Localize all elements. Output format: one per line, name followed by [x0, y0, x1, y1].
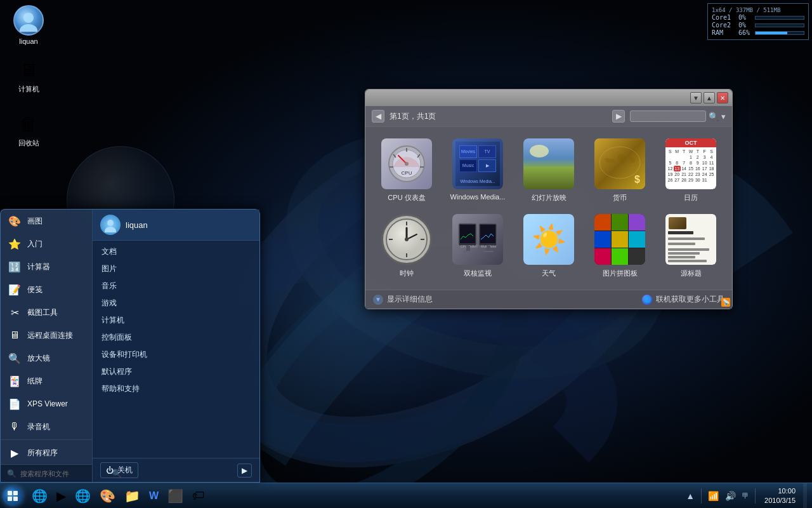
start-link-computer[interactable]: 计算机: [93, 312, 259, 329]
taskbar-item-media[interactable]: ▶: [53, 486, 70, 506]
svg-rect-31: [480, 225, 495, 243]
svg-rect-35: [466, 246, 470, 251]
sys-monitor-title: 1x64 / 337MB / 511MB: [712, 7, 780, 13]
gadget-item-photo-puzzle[interactable]: 图片拼图板: [585, 209, 655, 283]
start-item-paint[interactable]: 🎨 画图: [1, 210, 92, 232]
gadget-item-slideshow[interactable]: 幻灯片放映: [514, 133, 584, 208]
taskbar-item-folder[interactable]: 📁: [121, 486, 144, 506]
gadget-close-button[interactable]: ✕: [717, 92, 728, 104]
svg-rect-30: [460, 225, 475, 243]
gadget-item-cpu-gauge[interactable]: CPU CPU 仪表盘: [372, 133, 442, 208]
start-link-controlpanel[interactable]: 控制面板: [93, 329, 259, 346]
shutdown-arrow[interactable]: ▶: [237, 464, 252, 478]
rdp-icon: 🖥: [7, 328, 22, 343]
desktop-icon-computer-label: 计算机: [18, 84, 39, 94]
gadget-item-clock[interactable]: 时钟: [372, 209, 442, 283]
start-item-snip[interactable]: ✂ 截图工具: [1, 301, 92, 324]
start-item-rdp[interactable]: 🖥 远程桌面连接: [1, 324, 92, 347]
puzzle-cell-1: [594, 214, 611, 231]
gadget-item-calendar[interactable]: OCT SMTWTFS 1234 567891011 1213141516171…: [656, 133, 726, 208]
start-item-magnify[interactable]: 🔍 放大镜: [1, 347, 92, 370]
allprograms-icon: ▶: [7, 445, 22, 460]
ram-bar: [755, 31, 804, 35]
paint-taskbar-icon: 🎨: [100, 488, 115, 504]
start-links: 文档 图片 音乐 游戏 计算机 控制面板 设备和打印机 默认程序 帮助和支持: [93, 241, 259, 458]
search-dropdown-icon[interactable]: ▾: [721, 112, 726, 121]
start-item-intro[interactable]: ⭐ 入门: [1, 232, 92, 255]
gadget-item-news[interactable]: 📡 源标题: [656, 209, 726, 283]
svg-rect-37: [463, 251, 473, 252]
shutdown-label: 关机: [117, 465, 133, 476]
nav-prev-button[interactable]: ◀: [372, 110, 384, 123]
taskbar-item-ie[interactable]: 🌐: [28, 486, 51, 506]
tray-icon-arrow-up[interactable]: ▲: [684, 491, 696, 501]
start-item-magnify-label: 放大镜: [27, 353, 50, 364]
start-link-pictures[interactable]: 图片: [93, 260, 259, 277]
start-link-help[interactable]: 帮助和支持: [93, 380, 259, 398]
start-item-solitaire-label: 纸牌: [27, 376, 43, 387]
puzzle-cell-3: [629, 214, 645, 231]
start-item-intro-label: 入门: [27, 239, 43, 250]
gadget-item-windows-media[interactable]: Movies TV Music ▶ Windows Media... Windo…: [443, 133, 513, 208]
shutdown-button[interactable]: ⏻ 关机: [100, 462, 138, 478]
taskbar-item-7[interactable]: ⬛: [164, 486, 187, 506]
svg-rect-44: [13, 497, 18, 501]
taskbar-item-word[interactable]: W: [145, 486, 162, 506]
gadget-restore-button[interactable]: ▲: [704, 92, 715, 104]
start-item-sticky[interactable]: 📝 便笺: [1, 278, 92, 301]
taskbar-item-network[interactable]: 🌐: [71, 486, 95, 506]
user-avatar: [13, 5, 44, 36]
start-link-documents[interactable]: 文档: [93, 243, 259, 260]
tray-icon-chars[interactable]: 甲: [741, 491, 750, 500]
nav-next-button[interactable]: ▶: [612, 110, 625, 123]
gadget-minimize-button[interactable]: ▼: [690, 92, 702, 104]
gadget-footer: ▼ 显示详细信息 🌐 联机获取更多小工具: [365, 290, 732, 309]
svg-rect-41: [8, 491, 12, 495]
start-button[interactable]: [0, 483, 25, 509]
tray-icon-volume[interactable]: 🔊: [724, 491, 737, 501]
desktop-icon-recycle[interactable]: 🗑 回收站: [6, 111, 51, 148]
core2-label: Core2: [712, 22, 736, 29]
gadget-item-currency[interactable]: $ 货币: [585, 133, 655, 208]
start-item-allprograms-label: 所有程序: [27, 448, 58, 458]
start-user-avatar[interactable]: [100, 215, 121, 235]
computer-icon-img: 🖥: [16, 57, 41, 83]
svg-point-40: [105, 227, 116, 232]
gadget-search-input[interactable]: [630, 110, 706, 122]
ram-pct: 66%: [738, 29, 752, 36]
start-item-recorder[interactable]: 🎙 录音机: [1, 415, 92, 438]
gadget-item-dual-monitor[interactable]: CPU Skills© Multi Meter 双核监视: [443, 209, 513, 283]
desktop-icon-user[interactable]: liquan: [6, 5, 51, 45]
gadget-item-weather[interactable]: ☀️ 天气: [514, 209, 584, 283]
start-item-allprograms[interactable]: ▶ 所有程序: [1, 441, 92, 464]
taskbar-item-8[interactable]: 🏷: [188, 486, 209, 506]
taskbar-item-paint[interactable]: 🎨: [96, 486, 119, 506]
start-menu-left: 🎨 画图 ⭐ 入门 🔢 计算器 📝 便笺 ✂ 截图工具 🖥 远程桌面连接: [1, 210, 93, 482]
cpu-gauge-icon: CPU: [381, 138, 432, 189]
gadget-details-button[interactable]: ▼ 显示详细信息: [373, 294, 433, 305]
start-link-music[interactable]: 音乐: [93, 277, 259, 295]
snip-icon: ✂: [7, 305, 22, 320]
start-item-calc-label: 计算器: [27, 262, 50, 272]
desktop-icon-user-label: liquan: [19, 37, 37, 45]
start-item-calc[interactable]: 🔢 计算器: [1, 255, 92, 278]
tray-icon-network[interactable]: 📶: [707, 491, 720, 501]
start-item-xpsviewer[interactable]: 📄 XPS Viewer: [1, 392, 92, 415]
windows-media-icon: Movies TV Music ▶ Windows Media...: [452, 138, 503, 189]
gadget-online-button[interactable]: 🌐 联机获取更多小工具: [642, 294, 724, 305]
desktop-icon-computer[interactable]: 🖥 计算机: [6, 57, 51, 94]
core1-pct: 0%: [738, 14, 752, 21]
taskbar-icon-7: ⬛: [167, 488, 183, 504]
clock-area[interactable]: 10:00 2010/3/15: [759, 486, 801, 505]
gadget-label-slideshow: 幻灯片放映: [532, 193, 566, 203]
magnify-icon: 🔍: [7, 351, 22, 366]
show-desktop-button[interactable]: [803, 483, 807, 509]
start-item-xpsviewer-label: XPS Viewer: [27, 399, 68, 408]
start-link-games[interactable]: 游戏: [93, 295, 259, 312]
search-icon[interactable]: 🔍: [709, 112, 719, 121]
taskbar-items: 🌐 ▶ 🌐 🎨 📁 W ⬛ 🏷: [25, 483, 679, 508]
start-link-defaults[interactable]: 默认程序: [93, 363, 259, 380]
svg-rect-36: [487, 246, 490, 251]
start-item-solitaire[interactable]: 🃏 纸牌: [1, 370, 92, 392]
start-link-devices[interactable]: 设备和打印机: [93, 346, 259, 363]
